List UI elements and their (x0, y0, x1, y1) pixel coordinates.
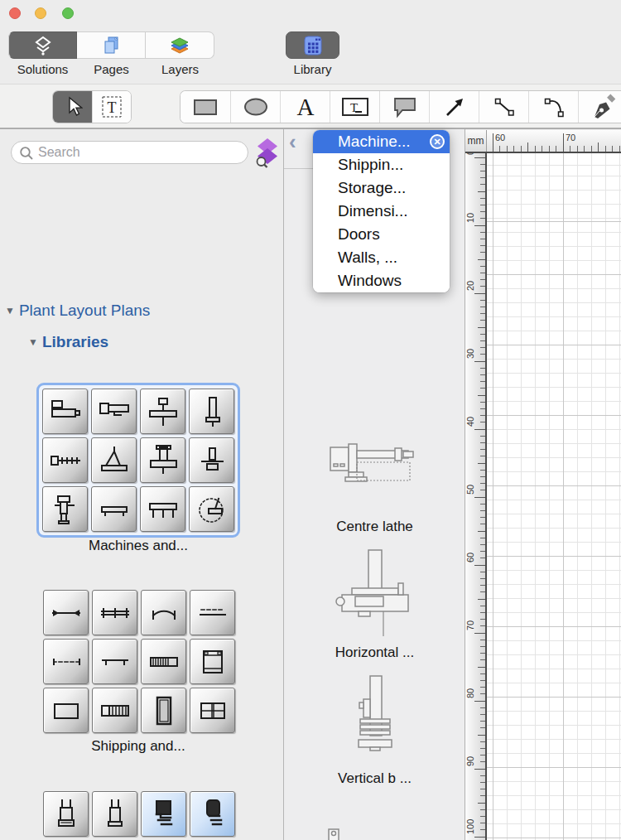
cell-saw-bench[interactable] (42, 437, 88, 483)
minimize-button[interactable] (35, 7, 46, 19)
nav-item-solutions[interactable]: Solutions (8, 31, 77, 76)
svg-text:50: 50 (465, 485, 475, 495)
rect-icon (192, 95, 219, 118)
cell-drill-press[interactable] (189, 437, 234, 483)
curve-tool[interactable] (528, 91, 578, 123)
cell-roller-conveyor[interactable] (141, 639, 186, 684)
cell-lathe-side-a[interactable] (42, 389, 88, 434)
library-icon (286, 31, 339, 59)
cell-forklift-side-b[interactable] (190, 791, 235, 837)
cell-conveyor-curved[interactable] (141, 590, 186, 635)
library-cell-grid (43, 590, 235, 733)
svg-text:90: 90 (465, 756, 475, 766)
pen-tool[interactable] (578, 91, 621, 123)
popup-item-storage[interactable]: Storage... (313, 176, 450, 200)
cell-plain-box[interactable] (43, 688, 89, 733)
drawing-canvas[interactable] (487, 153, 621, 840)
popup-item-machine[interactable]: Machine...✕ (313, 130, 450, 153)
search-box (11, 141, 248, 164)
solutions-icon (8, 31, 77, 59)
callout-tool[interactable] (379, 91, 429, 123)
nav-label: Library (294, 62, 332, 76)
library-thumb-shipping-and---[interactable] (43, 590, 235, 733)
svg-text:10: 10 (465, 213, 475, 223)
svg-text:30: 30 (465, 349, 475, 359)
pointer-tool[interactable] (53, 91, 92, 123)
curve-icon (541, 94, 567, 120)
ellipse-tool[interactable] (230, 91, 280, 123)
cell-milling-angle[interactable] (91, 437, 137, 483)
shape-label: Vertical b ... (284, 770, 465, 787)
nav-item-layers[interactable]: Layers (146, 31, 214, 76)
popup-item-doors[interactable]: Doors (313, 223, 450, 246)
library-button-group: Library (286, 31, 339, 76)
text-block-tool[interactable]: T (330, 91, 379, 123)
cell-milling-vertical[interactable] (140, 437, 185, 483)
cell-conveyor-bowtie[interactable] (43, 590, 89, 635)
cell-conveyor-dashed[interactable] (190, 590, 235, 635)
pen-icon (590, 94, 617, 120)
ruler-unit-box: mm (465, 130, 487, 152)
section-libraries[interactable]: ▼ Libraries (28, 333, 108, 351)
popup-item-shippin[interactable]: Shippin... (313, 153, 450, 176)
cell-boring-horizontal[interactable] (140, 389, 185, 434)
layers-icon (146, 31, 214, 59)
shape-sawing-machine[interactable] (284, 826, 465, 840)
cell-divided-box[interactable] (190, 688, 235, 733)
cell-conveyor-ticks[interactable] (92, 590, 137, 635)
zoom-button[interactable] (62, 7, 74, 19)
cell-vertical-container[interactable] (141, 688, 186, 733)
horizontal-ruler: 6070 (487, 130, 621, 152)
library-cell-grid (42, 389, 234, 532)
rectangle-tool[interactable] (181, 91, 230, 123)
library-thumb-machines-and---[interactable] (36, 383, 240, 538)
cell-circular-saw[interactable] (189, 486, 234, 532)
shape-centre-lathe[interactable] (284, 439, 465, 494)
popup-item-dimensi[interactable]: Dimensi... (313, 200, 450, 223)
connector-tool[interactable] (429, 91, 479, 123)
collapse-triangle-icon[interactable]: ▼ (5, 305, 15, 316)
library-thumb-storage-and----[interactable] (43, 791, 235, 840)
popup-item-walls[interactable]: Walls, ... (313, 246, 450, 269)
cell-forklift-side-a[interactable] (141, 791, 186, 837)
panel-header-divider (284, 168, 313, 169)
close-icon[interactable]: ✕ (430, 134, 445, 149)
pointer-icon (63, 94, 83, 119)
collapse-triangle-icon[interactable]: ▼ (28, 336, 38, 348)
nav-item-library[interactable]: Library (286, 31, 339, 76)
shape-horizontal-boring[interactable] (284, 547, 465, 636)
cell-lathe-side-b[interactable] (91, 389, 137, 434)
text-select-tool[interactable]: T (92, 91, 131, 123)
library-tabs-popup: Machine...✕Shippin...Storage...Dimensi..… (313, 130, 450, 292)
svg-text:70: 70 (465, 620, 475, 630)
shape-label: Horizontal ... (284, 644, 465, 661)
cell-grinder[interactable] (42, 486, 88, 532)
popup-item-windows[interactable]: Windows (313, 269, 450, 292)
cell-forklift-front-b[interactable] (92, 791, 137, 837)
nav-label: Pages (94, 62, 129, 76)
search-input[interactable] (38, 142, 242, 162)
cell-forklift-front-a[interactable] (43, 791, 89, 837)
connector-icon (441, 94, 468, 120)
solution-store-icon[interactable] (253, 138, 282, 167)
close-button[interactable] (9, 7, 21, 19)
svg-text:40: 40 (465, 417, 475, 427)
cell-open-container[interactable] (190, 639, 235, 684)
back-chevron[interactable]: ‹ (289, 131, 296, 152)
library-panel: ‹ Machine...✕Shippin...Storage...Dimensi… (284, 129, 465, 840)
select-tool-group: T (52, 90, 132, 123)
cell-conveyor-flat[interactable] (92, 639, 137, 684)
cell-work-table[interactable] (140, 486, 185, 532)
nav-item-pages[interactable]: Pages (77, 31, 146, 76)
cell-hatched-box[interactable] (92, 688, 137, 733)
shape-label: Centre lathe (284, 519, 465, 535)
library-cell-grid (43, 791, 235, 840)
cell-work-bench[interactable] (91, 486, 137, 532)
section-plant-layout-plans[interactable]: ▼ Plant Layout Plans (5, 302, 150, 320)
text-tool[interactable]: A (280, 91, 330, 123)
cell-dashed-line[interactable] (43, 639, 89, 684)
search-icon (19, 146, 34, 161)
line-tool[interactable] (479, 91, 528, 123)
cell-boring-vertical[interactable] (189, 389, 234, 434)
shape-vertical-boring[interactable] (284, 674, 465, 764)
